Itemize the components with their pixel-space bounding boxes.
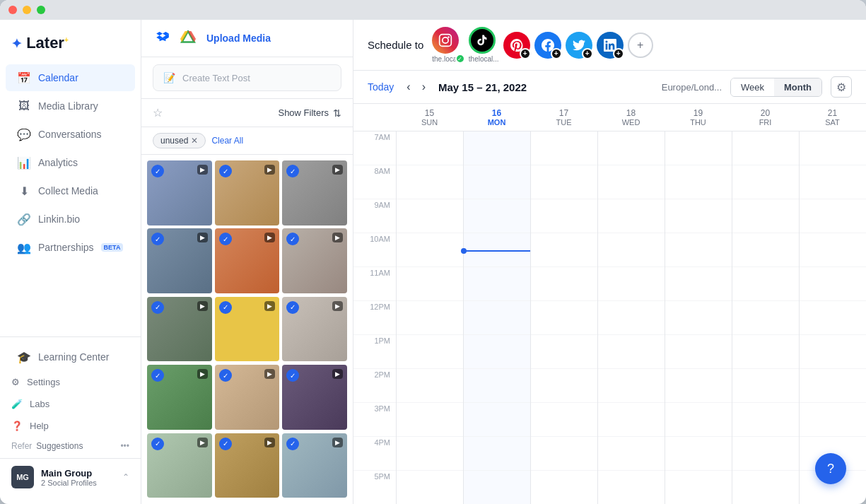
clear-all-button[interactable]: Clear All: [211, 136, 243, 146]
day-cell[interactable]: [531, 233, 597, 267]
day-cell[interactable]: [598, 471, 665, 504]
sidebar-item-analytics[interactable]: 📊 Analytics: [6, 149, 135, 176]
google-drive-icon[interactable]: [178, 28, 198, 48]
day-cell[interactable]: [665, 267, 732, 301]
day-cell[interactable]: [598, 165, 665, 199]
week-view-button[interactable]: Week: [731, 78, 774, 96]
media-thumb[interactable]: ✓ ▶: [215, 433, 280, 498]
star-button[interactable]: ☆: [153, 106, 163, 119]
minimize-btn[interactable]: [23, 6, 31, 14]
day-cell[interactable]: [397, 131, 463, 165]
day-cell[interactable]: [732, 199, 799, 233]
day-cell[interactable]: [732, 233, 799, 267]
day-cell[interactable]: [397, 233, 463, 267]
day-cell[interactable]: [464, 131, 530, 165]
day-cell[interactable]: [732, 369, 799, 403]
social-account-ig[interactable]: ✓ the.local...: [432, 27, 464, 63]
day-cell[interactable]: [598, 301, 665, 335]
show-filters-button[interactable]: Show Filters ⇅: [278, 107, 341, 119]
day-cell[interactable]: [397, 437, 463, 471]
sidebar-item-labs[interactable]: 🧪 Labs: [0, 393, 141, 415]
media-thumb[interactable]: ✓ ▶: [147, 433, 212, 498]
help-fab-button[interactable]: ?: [815, 453, 846, 484]
day-cell[interactable]: [598, 369, 665, 403]
sidebar-item-calendar[interactable]: 📅 Calendar: [6, 64, 135, 91]
day-cell[interactable]: [531, 437, 597, 471]
profile-bar[interactable]: MG Main Group 2 Social Profiles ⌃: [0, 458, 141, 496]
day-cell[interactable]: [732, 335, 799, 369]
day-cell[interactable]: [598, 233, 665, 267]
day-col-sat[interactable]: [799, 131, 866, 504]
day-cell[interactable]: [665, 301, 732, 335]
day-cell[interactable]: [531, 131, 597, 165]
day-cell[interactable]: [800, 301, 866, 335]
sidebar-item-conversations[interactable]: 💬 Conversations: [6, 121, 135, 148]
day-cell[interactable]: [598, 199, 665, 233]
day-cell[interactable]: [665, 131, 732, 165]
day-cell[interactable]: [531, 267, 597, 301]
day-cell[interactable]: [464, 335, 530, 369]
day-cell[interactable]: [732, 403, 799, 437]
media-thumb[interactable]: ✓ ▶: [282, 228, 347, 293]
day-cell[interactable]: [531, 335, 597, 369]
day-cell[interactable]: [531, 165, 597, 199]
day-cell[interactable]: [397, 199, 463, 233]
maximize-btn[interactable]: [37, 6, 45, 14]
day-cell[interactable]: [598, 335, 665, 369]
day-cell[interactable]: [531, 471, 597, 504]
media-thumb[interactable]: ✓ ▶: [282, 365, 347, 430]
day-cell[interactable]: [464, 199, 530, 233]
day-cell[interactable]: [598, 403, 665, 437]
tag-unused[interactable]: unused ✕: [153, 133, 206, 148]
day-cell[interactable]: [800, 233, 866, 267]
day-col-sun[interactable]: [396, 131, 463, 504]
media-thumb[interactable]: ✓ ▶: [215, 365, 280, 430]
day-cell[interactable]: [800, 199, 866, 233]
day-cell[interactable]: [665, 165, 732, 199]
sidebar-item-media-library[interactable]: 🖼 Media Library: [6, 93, 135, 119]
sidebar-item-collect-media[interactable]: ⬇ Collect Media: [6, 177, 135, 204]
day-cell[interactable]: [531, 301, 597, 335]
social-account-pinterest-add[interactable]: +: [503, 32, 530, 59]
day-cell[interactable]: [531, 199, 597, 233]
media-thumb[interactable]: ✓ ▶: [147, 228, 212, 293]
prev-button[interactable]: ‹: [402, 79, 414, 95]
sidebar-item-settings[interactable]: ⚙ Settings: [0, 371, 141, 393]
day-cell[interactable]: [397, 369, 463, 403]
day-col-thu[interactable]: [665, 131, 732, 504]
day-cell[interactable]: [665, 437, 732, 471]
media-thumb[interactable]: ✓ ▶: [147, 297, 212, 362]
month-view-button[interactable]: Month: [774, 78, 821, 96]
media-thumb[interactable]: ✓ ▶: [282, 160, 347, 225]
sidebar-item-help[interactable]: ❓ Help: [0, 415, 141, 437]
day-cell[interactable]: [800, 369, 866, 403]
day-cell[interactable]: [800, 131, 866, 165]
day-cell[interactable]: [397, 301, 463, 335]
day-cell[interactable]: [464, 471, 530, 504]
create-text-post-button[interactable]: 📝 Create Text Post: [153, 64, 341, 91]
day-cell[interactable]: [397, 165, 463, 199]
day-cell[interactable]: [732, 165, 799, 199]
media-thumb[interactable]: ✓ ▶: [147, 365, 212, 430]
day-cell[interactable]: [732, 267, 799, 301]
day-cell[interactable]: [800, 335, 866, 369]
day-cell[interactable]: [464, 301, 530, 335]
media-thumb[interactable]: ✓ ▶: [215, 297, 280, 362]
media-thumb[interactable]: ✓ ▶: [215, 160, 280, 225]
day-cell[interactable]: [598, 131, 665, 165]
day-cell[interactable]: [397, 335, 463, 369]
more-icon[interactable]: •••: [120, 441, 129, 451]
day-cell[interactable]: [800, 403, 866, 437]
social-account-tiktok[interactable]: thelocal...: [469, 27, 499, 63]
day-cell[interactable]: [665, 233, 732, 267]
day-cell[interactable]: [665, 471, 732, 504]
day-cell[interactable]: [800, 165, 866, 199]
today-button[interactable]: Today: [368, 81, 394, 93]
day-cell[interactable]: [531, 403, 597, 437]
close-btn[interactable]: [8, 6, 17, 14]
suggestions-label[interactable]: Suggestions: [36, 441, 83, 451]
sidebar-item-linkin-bio[interactable]: 🔗 Linkin.bio: [6, 206, 135, 233]
day-cell[interactable]: [665, 369, 732, 403]
day-cell[interactable]: [464, 165, 530, 199]
media-thumb[interactable]: ✓ ▶: [282, 433, 347, 498]
